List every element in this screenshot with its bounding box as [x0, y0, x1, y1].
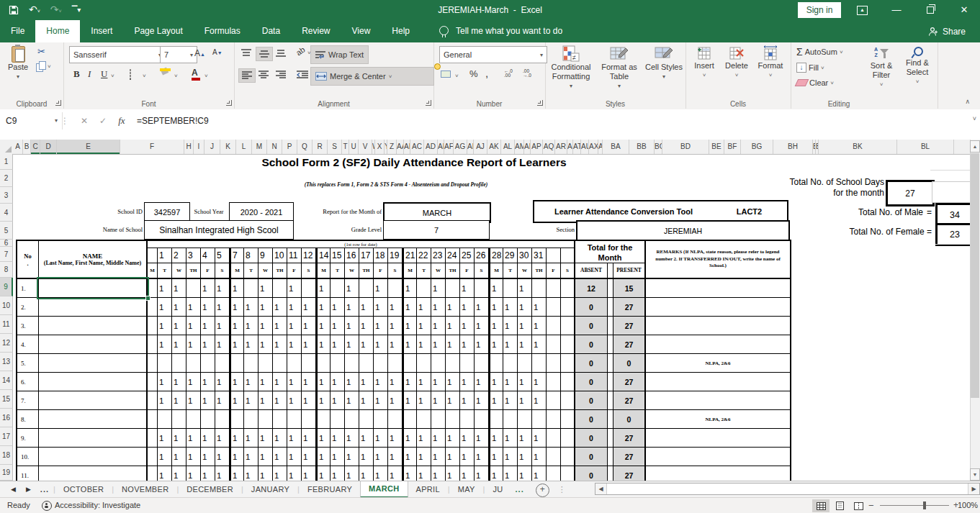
scroll-down-arrow[interactable]: ▼	[970, 468, 980, 481]
attendance-day-cell[interactable]: 1	[460, 298, 475, 317]
attendance-day-cell[interactable]	[287, 410, 302, 429]
attendance-day-cell[interactable]: 1	[158, 335, 172, 354]
attendance-day-cell[interactable]: 1	[460, 373, 475, 391]
day-letter-S[interactable]: S	[388, 263, 403, 279]
attendance-day-cell[interactable]: 1	[172, 391, 186, 410]
column-header-BB[interactable]: BB	[629, 140, 655, 154]
day-number-10[interactable]: 10	[273, 248, 287, 263]
remarks-cell[interactable]	[646, 317, 790, 335]
attendance-day-cell[interactable]	[561, 373, 575, 391]
orientation-icon[interactable]: ab	[295, 45, 307, 58]
conditional-formatting-button[interactable]: ≠ Conditional Formatting ▾	[547, 45, 595, 91]
attendance-day-cell[interactable]: 1	[388, 335, 403, 354]
attendance-day-cell[interactable]	[148, 448, 158, 466]
attendance-day-cell[interactable]	[201, 354, 215, 373]
column-header-BK[interactable]: BK	[819, 140, 897, 154]
attendance-day-cell[interactable]: 1	[244, 429, 259, 448]
school-name-cell[interactable]: Sinalhan Integrated High Scool	[144, 220, 294, 240]
attendance-day-cell[interactable]: 1	[489, 298, 503, 317]
sheet-tab-november[interactable]: NOVEMBER	[114, 481, 176, 498]
day-letter-S[interactable]: S	[215, 263, 230, 279]
attendance-day-cell[interactable]: 1	[388, 448, 403, 466]
attendance-day-cell[interactable]	[148, 391, 158, 410]
day-number-25[interactable]: 25	[460, 248, 475, 263]
remarks-cell[interactable]	[646, 298, 790, 317]
attendance-day-cell[interactable]: 1	[158, 373, 172, 391]
attendance-day-cell[interactable]	[561, 391, 575, 410]
day-number-22[interactable]: 22	[417, 248, 431, 263]
attendance-day-cell[interactable]: 1	[302, 335, 316, 354]
attendance-day-cell[interactable]: 1	[273, 373, 287, 391]
row-header-11[interactable]: 11	[0, 315, 13, 334]
absent-total-cell[interactable]: 0	[575, 448, 608, 466]
row-header-9[interactable]: 9	[0, 278, 13, 296]
attendance-day-cell[interactable]: 1	[287, 317, 302, 335]
borders-icon[interactable]	[130, 70, 131, 78]
attendance-day-cell[interactable]: 1	[186, 335, 201, 354]
fill-button[interactable]: ↓Fill˅	[796, 63, 824, 73]
attendance-day-cell[interactable]	[244, 279, 259, 298]
expand-formula-bar-chevron[interactable]: ˅	[973, 115, 976, 122]
column-header-L[interactable]: L	[236, 140, 252, 154]
attendance-day-cell[interactable]: 1	[374, 429, 388, 448]
day-letter-S[interactable]: S	[561, 263, 575, 279]
day-letter-T[interactable]: T	[503, 263, 518, 279]
learner-name-cell[interactable]	[39, 335, 148, 354]
row-header-1[interactable]: 1	[0, 154, 13, 170]
remarks-cell[interactable]: NLPA, 2&6	[646, 410, 790, 429]
ribbon-tab-help[interactable]: Help	[381, 20, 421, 42]
day-number-1[interactable]: 1	[158, 248, 172, 263]
attendance-day-cell[interactable]: 1	[186, 448, 201, 466]
tell-me-box[interactable]: Tell me what you want to do	[456, 20, 562, 42]
attendance-day-cell[interactable]: 1	[345, 317, 359, 335]
increase-font-size-button[interactable]: A▲	[194, 48, 205, 58]
present-total-cell[interactable]: 27	[613, 373, 646, 391]
attendance-day-cell[interactable]	[388, 354, 403, 373]
attendance-day-cell[interactable]	[532, 354, 547, 373]
attendance-day-cell[interactable]	[388, 279, 403, 298]
attendance-day-cell[interactable]: 1	[158, 448, 172, 466]
underline-button[interactable]: U	[101, 68, 107, 80]
horizontal-scrollbar[interactable]: ◀ ▶	[595, 483, 980, 495]
sheet-tab-may[interactable]: MAY	[450, 481, 483, 498]
column-header-R[interactable]: R	[313, 140, 328, 154]
attendance-day-cell[interactable]: 1	[359, 298, 374, 317]
delete-cells-button[interactable]: Delete ˅	[721, 45, 752, 80]
attendance-day-cell[interactable]: 1	[475, 373, 489, 391]
attendance-day-cell[interactable]: 1	[460, 279, 475, 298]
remarks-cell[interactable]	[646, 429, 790, 448]
attendance-day-cell[interactable]	[148, 410, 158, 429]
attendance-day-cell[interactable]: 1	[489, 373, 503, 391]
total-separator-cell[interactable]	[608, 354, 613, 373]
attendance-day-cell[interactable]: 1	[403, 335, 417, 354]
attendance-day-cell[interactable]	[158, 410, 172, 429]
column-header-BC[interactable]: BC	[655, 140, 662, 154]
attendance-day-cell[interactable]: 1	[172, 448, 186, 466]
attendance-day-cell[interactable]: 1	[532, 317, 547, 335]
grade-level-cell[interactable]: 7	[383, 220, 490, 240]
attendance-day-cell[interactable]: 1	[489, 335, 503, 354]
absent-total-cell[interactable]: 0	[575, 410, 608, 429]
cell-styles-chevron[interactable]: ▾	[662, 72, 665, 81]
attendance-day-cell[interactable]	[446, 354, 460, 373]
ribbon-display-options-button[interactable]: ▲	[850, 0, 874, 20]
attendance-day-cell[interactable]	[518, 354, 532, 373]
attendance-day-cell[interactable]: 1	[475, 335, 489, 354]
day-letter-W[interactable]: W	[259, 263, 273, 279]
sheet-tab-ju[interactable]: JU	[485, 481, 511, 498]
column-header-BH[interactable]: BH	[773, 140, 813, 154]
attendance-day-cell[interactable]: 1	[302, 373, 316, 391]
copy-button[interactable]: ˅	[36, 61, 51, 71]
column-header-AH[interactable]: AH	[467, 140, 474, 154]
attendance-day-cell[interactable]: 1	[172, 373, 186, 391]
column-header-AE[interactable]: AE	[438, 140, 444, 154]
attendance-day-cell[interactable]: 1	[215, 429, 230, 448]
attendance-day-cell[interactable]: 1	[244, 448, 259, 466]
attendance-day-cell[interactable]: 1	[475, 391, 489, 410]
attendance-day-cell[interactable]: 1	[230, 298, 244, 317]
attendance-day-cell[interactable]: 1	[460, 391, 475, 410]
attendance-day-cell[interactable]: 1	[244, 335, 259, 354]
attendance-day-cell[interactable]: 1	[431, 391, 446, 410]
attendance-day-cell[interactable]: 1	[302, 317, 316, 335]
attendance-day-cell[interactable]	[532, 279, 547, 298]
